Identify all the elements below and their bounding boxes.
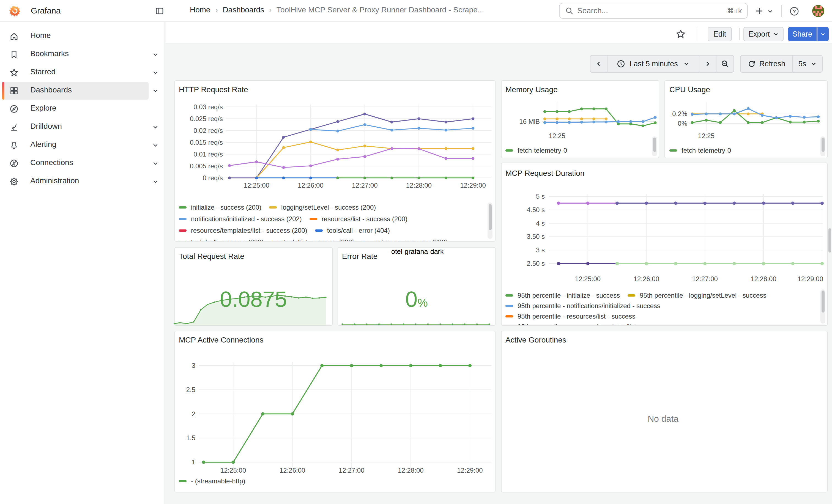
- panel-title: MCP Request Duration: [505, 169, 584, 178]
- export-button[interactable]: Export: [744, 27, 784, 41]
- refresh-interval-picker[interactable]: 5s: [792, 55, 823, 73]
- sidebar-item-label: Administration: [30, 176, 79, 185]
- legend-item[interactable]: fetch-telemetry-0: [505, 147, 567, 154]
- chevron-down-icon: [152, 124, 159, 131]
- time-shift-back-button[interactable]: [590, 55, 607, 73]
- panel-title: Error Rate: [342, 252, 378, 261]
- panel-title: Active Goroutines: [505, 336, 566, 344]
- grafana-dashboard-app: Grafana Home › Dashboards › ToolHive MCP…: [0, 0, 832, 504]
- legend-item[interactable]: tools/call - error (404): [315, 227, 390, 234]
- favorite-star-icon[interactable]: [676, 29, 686, 39]
- legend-scrollbar-thumb[interactable]: [822, 291, 825, 313]
- sidebar-item-home[interactable]: Home: [0, 27, 165, 45]
- legend-item[interactable]: resources/list - success (200): [310, 215, 408, 223]
- legend-item[interactable]: logging/setLevel - success (200): [269, 204, 376, 211]
- no-data-message: No data: [648, 414, 678, 424]
- sidebar-item-explore[interactable]: Explore: [0, 100, 165, 118]
- breadcrumb-separator: ›: [264, 6, 277, 14]
- sidebar-nav: HomeBookmarksStarredDashboardsExploreDri…: [0, 22, 165, 504]
- sidebar-item-administration[interactable]: Administration: [0, 173, 165, 191]
- stat-total-request-rate: 0.0875: [175, 287, 332, 312]
- legend-scrollbar-thumb[interactable]: [822, 137, 825, 152]
- actions-divider: [697, 28, 697, 40]
- chevron-down-icon: [152, 69, 159, 76]
- refresh-controls: Refresh 5s: [740, 55, 823, 73]
- window-scrollbar-thumb[interactable]: [828, 228, 831, 253]
- legend-item[interactable]: unknown - success (200): [362, 238, 448, 241]
- breadcrumb: Home › Dashboards › ToolHive MCP Server …: [190, 5, 484, 14]
- add-chevron-icon[interactable]: [767, 8, 773, 14]
- plug-icon: [9, 159, 19, 168]
- panel-title: CPU Usage: [669, 85, 710, 94]
- time-range-controls: Last 5 minutes: [590, 55, 734, 73]
- search-input[interactable]: Search... ⌘+k: [559, 3, 748, 19]
- sidebar-item-label: Alerting: [30, 140, 56, 149]
- breadcrumb-home[interactable]: Home: [190, 5, 210, 14]
- legend-item[interactable]: - (streamable-http): [179, 477, 245, 485]
- panel-title: MCP Active Connections: [179, 336, 264, 344]
- search-shortcut: ⌘+k: [727, 7, 742, 15]
- stat-error-rate: 0%: [338, 287, 495, 312]
- sidebar-item-label: Dashboards: [30, 85, 72, 95]
- panel-title: Total Request Rate: [179, 252, 244, 261]
- legend-item[interactable]: tools/list - success (200): [271, 238, 354, 241]
- sidebar-item-label: Connections: [30, 158, 73, 167]
- sidebar-item-alerting[interactable]: Alerting: [0, 136, 165, 154]
- add-button[interactable]: [755, 7, 764, 16]
- actions-divider: [739, 28, 739, 40]
- sidebar-item-label: Starred: [30, 68, 56, 76]
- panel-active-goroutines: [501, 331, 828, 493]
- legend-item[interactable]: 95th percentile - resources/templates/li…: [505, 323, 666, 325]
- legend-item[interactable]: 95th percentile - initialize - success: [505, 292, 620, 299]
- time-shift-forward-button[interactable]: [699, 55, 717, 73]
- sidebar-item-label: Home: [30, 31, 51, 40]
- share-button[interactable]: Share: [788, 27, 816, 41]
- compass-icon: [9, 104, 19, 114]
- chevron-down-icon: [152, 160, 159, 167]
- share-dropdown-button[interactable]: [817, 27, 829, 41]
- sidebar-item-label: Explore: [30, 104, 56, 112]
- top-navigation-bar: Grafana Home › Dashboards › ToolHive MCP…: [0, 0, 832, 22]
- user-avatar[interactable]: [812, 5, 824, 17]
- sidebar-item-drilldown[interactable]: Drilldown: [0, 118, 165, 136]
- hover-tooltip-text: otel-grafana-dark: [391, 247, 443, 256]
- zoom-out-button[interactable]: [716, 55, 734, 73]
- chevron-down-icon: [152, 51, 159, 58]
- legend-duration: 95th percentile - initialize - success95…: [505, 289, 820, 325]
- home-icon: [9, 32, 19, 41]
- sidebar-item-bookmarks[interactable]: Bookmarks: [0, 45, 165, 63]
- help-icon[interactable]: ?: [790, 7, 799, 16]
- legend-item[interactable]: initialize - success (200): [179, 204, 261, 211]
- legend-item[interactable]: 95th percentile - notifications/initiali…: [505, 302, 660, 310]
- panel-title: Memory Usage: [505, 85, 558, 94]
- sidebar-item-connections[interactable]: Connections: [0, 154, 165, 173]
- breadcrumb-dashboards[interactable]: Dashboards: [223, 5, 264, 14]
- legend-cpu: fetch-telemetry-0: [669, 145, 812, 156]
- sidebar-toggle-icon[interactable]: [155, 7, 164, 16]
- svg-text:?: ?: [792, 8, 796, 14]
- chevron-down-icon: [152, 178, 159, 185]
- gear-icon: [9, 177, 19, 186]
- panel-title: HTTP Request Rate: [179, 85, 248, 94]
- legend-scrollbar-thumb[interactable]: [653, 137, 656, 152]
- sidebar-item-starred[interactable]: Starred: [0, 63, 165, 82]
- legend-item[interactable]: 95th percentile - resources/list - succe…: [505, 313, 635, 320]
- apps-icon: [9, 86, 19, 96]
- edit-button[interactable]: Edit: [708, 27, 732, 41]
- bell-icon: [9, 140, 19, 150]
- sidebar-item-label: Drilldown: [30, 122, 62, 131]
- grafana-logo: [9, 5, 21, 17]
- time-range-picker[interactable]: Last 5 minutes: [607, 55, 699, 73]
- legend-item[interactable]: 95th percentile - logging/setLevel - suc…: [628, 292, 766, 299]
- topbar-divider: [781, 5, 782, 17]
- legend-item[interactable]: fetch-telemetry-0: [669, 147, 731, 154]
- legend-scrollbar-thumb[interactable]: [489, 204, 492, 230]
- sidebar-item-dashboards[interactable]: Dashboards: [0, 82, 165, 100]
- legend-item[interactable]: tools/call - success (200): [179, 238, 264, 241]
- sidebar-item-label: Bookmarks: [30, 49, 69, 58]
- drilldown-icon: [9, 123, 19, 132]
- refresh-button[interactable]: Refresh: [740, 55, 793, 73]
- panel-mcp-active-connections: [175, 331, 495, 493]
- legend-item[interactable]: resources/templates/list - success (200): [179, 227, 307, 234]
- legend-item[interactable]: notifications/initialized - success (202…: [179, 215, 302, 223]
